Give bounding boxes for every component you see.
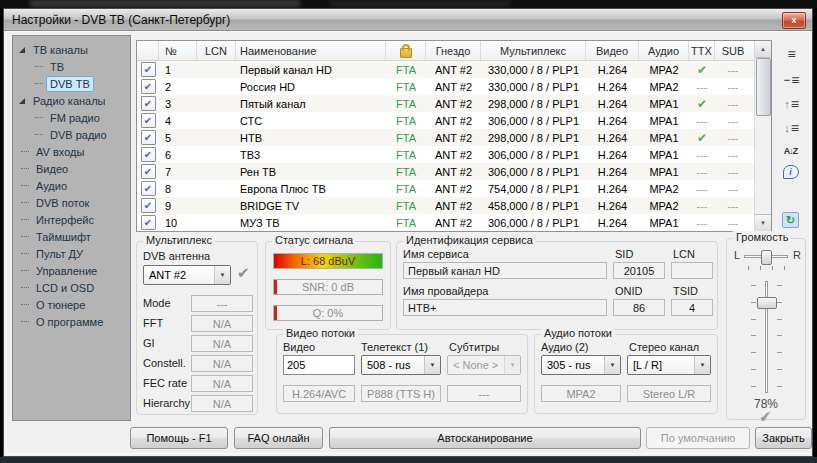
channel-checkbox[interactable]: ✔: [137, 146, 159, 163]
sub-cell: ---: [715, 197, 751, 214]
channel-checkbox[interactable]: ✔: [137, 214, 159, 231]
expand-triangle-icon[interactable]: [19, 47, 25, 53]
channel-row[interactable]: ✔1Первый канал HDFTAANT #2330,000 / 8 / …: [137, 61, 771, 78]
video-pid-input[interactable]: [283, 355, 355, 375]
sidebar-item-управление[interactable]: Управление: [13, 262, 130, 279]
ttx-cell: ---: [689, 146, 715, 163]
header-lcn[interactable]: LCN: [197, 41, 236, 60]
fft-label: FFT: [143, 317, 163, 329]
tsid-value: 4: [671, 299, 713, 316]
header-num[interactable]: №: [159, 41, 197, 60]
header-encryption[interactable]: [386, 41, 426, 60]
expand-triangle-icon[interactable]: [19, 98, 25, 104]
sidebar-item-dvb-радио[interactable]: DVB радио: [13, 126, 130, 143]
header-ttx[interactable]: TTX: [689, 41, 715, 60]
header-multiplex[interactable]: Мультиплекс: [481, 41, 586, 60]
sidebar-item-о-тюнере[interactable]: О тюнере: [13, 296, 130, 313]
channel-row[interactable]: ✔5НТВFTAANT #2298,000 / 8 / PLP1H.264MPA…: [137, 129, 771, 146]
header-check-col[interactable]: [137, 41, 159, 60]
channel-checkbox[interactable]: ✔: [137, 95, 159, 112]
close-dialog-button[interactable]: Закрыть: [755, 427, 812, 449]
channel-checkbox[interactable]: ✔: [137, 129, 159, 146]
autoscan-button[interactable]: Автосканирование: [329, 427, 641, 449]
tree-connector: [21, 151, 29, 152]
channel-checkbox[interactable]: ✔: [137, 112, 159, 129]
multiplex-cell: 298,000 / 8 / PLP1: [481, 129, 586, 146]
stereo-select[interactable]: [L / R]▼: [627, 355, 711, 375]
channel-checkbox[interactable]: ✔: [137, 180, 159, 197]
ttx-cell: ---: [689, 78, 715, 95]
sidebar-item-пульт-ду[interactable]: Пульт ДУ: [13, 245, 130, 262]
video-cell: H.264: [586, 112, 639, 129]
scroll-up-icon[interactable]: ▲: [755, 41, 771, 58]
scrollbar-thumb[interactable]: [756, 58, 771, 116]
help-button[interactable]: Помощь - F1: [130, 427, 228, 449]
multiplex-cell: 330,000 / 8 / PLP1: [481, 78, 586, 95]
checkbox-check-icon: ✔: [141, 96, 156, 111]
channel-row[interactable]: ✔9BRIDGE TVFTAANT #2458,000 / 8 / PLP1H.…: [137, 197, 771, 214]
channel-checkbox[interactable]: ✔: [137, 78, 159, 95]
balance-left-label: L: [734, 249, 740, 261]
lcn-cell: [197, 197, 236, 214]
tree-connector: [35, 117, 43, 118]
tree-connector: [21, 321, 29, 322]
channel-checkbox[interactable]: ✔: [137, 163, 159, 180]
socket-cell: ANT #2: [426, 78, 481, 95]
rescan-icon[interactable]: ↻: [779, 210, 803, 230]
channel-row[interactable]: ✔7Рен ТВFTAANT #2306,000 / 8 / PLP1H.264…: [137, 163, 771, 180]
channel-checkbox[interactable]: ✔: [137, 61, 159, 78]
select-all-icon[interactable]: ≡: [779, 44, 803, 64]
table-scrollbar[interactable]: ▲ ▼: [754, 41, 771, 231]
audio-cell: MPA2: [639, 197, 689, 214]
channel-row[interactable]: ✔8Европа Плюс ТВFTAANT #2754,000 / 8 / P…: [137, 180, 771, 197]
header-socket[interactable]: Гнездо: [426, 41, 481, 60]
sidebar-item-label: DVB радио: [46, 127, 111, 143]
tree-connector: [21, 219, 29, 220]
channel-row[interactable]: ✔2Россия HDFTAANT #2330,000 / 8 / PLP1H.…: [137, 78, 771, 95]
sidebar-item-тв-каналы[interactable]: ТВ каналы: [13, 41, 130, 58]
header-sub[interactable]: SUB: [715, 41, 751, 60]
scroll-down-icon[interactable]: ▼: [755, 214, 771, 231]
antenna-select[interactable]: ANT #2 ▼: [143, 265, 231, 285]
video-cell: H.264: [586, 129, 639, 146]
tree-connector: [21, 287, 29, 288]
channel-row[interactable]: ✔10МУЗ ТВFTAANT #2306,000 / 8 / PLP1H.26…: [137, 214, 771, 231]
header-video[interactable]: Видео: [586, 41, 639, 60]
channel-row[interactable]: ✔3Пятый каналFTAANT #2298,000 / 8 / PLP1…: [137, 95, 771, 112]
faq-button[interactable]: FAQ онлайн: [234, 427, 323, 449]
sidebar-item-fm-радио[interactable]: FM радио: [13, 109, 130, 126]
sidebar-item-dvb-поток[interactable]: DVB поток: [13, 194, 130, 211]
volume-slider-thumb[interactable]: [757, 297, 777, 309]
sidebar-item-тв[interactable]: ТВ: [13, 58, 130, 75]
sidebar-item-о-программе[interactable]: О программе: [13, 313, 130, 330]
sort-az-icon[interactable]: A↓Z: [779, 141, 803, 161]
header-name[interactable]: Наименование: [236, 41, 386, 60]
teletext-select[interactable]: 508 - rus▼: [361, 355, 441, 375]
channel-checkbox[interactable]: ✔: [137, 197, 159, 214]
sidebar-item-интерфейс[interactable]: Интерфейс: [13, 211, 130, 228]
close-button[interactable]: x: [782, 12, 806, 29]
sidebar-item-av-входы[interactable]: AV входы: [13, 143, 130, 160]
balance-slider-thumb[interactable]: [761, 250, 772, 265]
channel-info-icon[interactable]: i: [779, 162, 803, 182]
sidebar-item-lcd-и-osd[interactable]: LCD и OSD: [13, 279, 130, 296]
sidebar-item-видео[interactable]: Видео: [13, 160, 130, 177]
sidebar-item-таймшифт[interactable]: Таймшифт: [13, 228, 130, 245]
lock-icon: [400, 48, 412, 58]
sidebar-item-радио-каналы[interactable]: Радио каналы: [13, 92, 130, 109]
audio-select[interactable]: 305 - rus▼: [541, 355, 621, 375]
header-audio[interactable]: Аудио: [639, 41, 689, 60]
channel-row[interactable]: ✔4СТСFTAANT #2306,000 / 8 / PLP1H.264MPA…: [137, 112, 771, 129]
uncheck-icon[interactable]: −≡: [779, 70, 803, 90]
tree-connector: [21, 202, 29, 203]
move-down-icon[interactable]: ↓≡: [779, 118, 803, 138]
channel-row[interactable]: ✔6ТВ3FTAANT #2306,000 / 8 / PLP1H.264MPA…: [137, 146, 771, 163]
sidebar-item-dvb-тв[interactable]: DVB ТВ: [13, 75, 130, 92]
table-body: ✔1Первый канал HDFTAANT #2330,000 / 8 / …: [137, 61, 771, 231]
sidebar-item-аудио[interactable]: Аудио: [13, 177, 130, 194]
signal-group-title: Статус сигнала: [272, 234, 356, 246]
lcn-cell: [197, 180, 236, 197]
sidebar-item-label: Видео: [32, 161, 72, 177]
move-up-icon[interactable]: ↑≡: [779, 94, 803, 114]
titlebar[interactable]: Настройки - DVB ТВ (Санкт-Петербург) x: [4, 9, 812, 31]
